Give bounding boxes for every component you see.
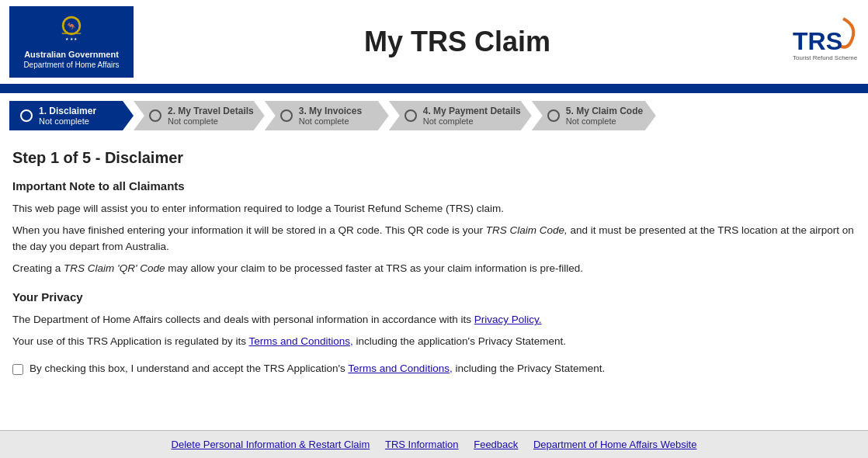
step-1-disclaimer[interactable]: 1. Disclaimer Not complete xyxy=(9,101,134,130)
step-3-status: Not complete xyxy=(299,116,362,126)
privacy-section: Your Privacy The Department of Home Affa… xyxy=(12,290,856,374)
terms-conditions-link-1[interactable]: Terms and Conditions, xyxy=(248,335,352,347)
step-3-invoices[interactable]: 3. My Invoices Not complete xyxy=(265,101,389,130)
terms-checkbox-row: By checking this box, I understand and a… xyxy=(12,363,856,375)
step-2-number: 2. My Travel Details xyxy=(168,106,254,116)
gov-name: Australian Government xyxy=(24,49,119,60)
step-2-circle xyxy=(149,109,161,122)
para3: Creating a TRS Claim 'QR' Code may allow… xyxy=(12,260,856,277)
para1: This web page will assist you to enter i… xyxy=(12,200,856,217)
step-4-number: 4. My Payment Details xyxy=(423,106,521,116)
trs-logo-area: TRS Tourist Refund Scheme xyxy=(781,15,859,69)
step-3-circle xyxy=(280,109,293,122)
header: 🦘 ★ ★ ★ Australian Government Department… xyxy=(0,0,868,87)
terms-checkbox[interactable] xyxy=(12,364,23,375)
terms-checkbox-label[interactable]: By checking this box, I understand and a… xyxy=(30,363,605,374)
privacy-policy-link[interactable]: Privacy Policy. xyxy=(474,314,542,325)
privacy-title: Your Privacy xyxy=(12,290,856,304)
coat-of-arms-icon: 🦘 ★ ★ ★ xyxy=(48,14,95,46)
step-4-payment[interactable]: 4. My Payment Details Not complete xyxy=(389,101,532,130)
privacy-para2-start: Your use of this TRS Application is regu… xyxy=(12,335,248,347)
svg-text:Tourist Refund Scheme: Tourist Refund Scheme xyxy=(793,54,858,61)
blue-divider xyxy=(0,87,868,93)
step-3-content: 3. My Invoices Not complete xyxy=(299,106,362,126)
checkbox-text-end: including the Privacy Statement. xyxy=(453,363,606,374)
progress-bar: 1. Disclaimer Not complete 2. My Travel … xyxy=(0,93,868,138)
page-title-header: My TRS Claim xyxy=(134,26,781,58)
logo-area: 🦘 ★ ★ ★ Australian Government Department… xyxy=(9,6,134,78)
step-5-claim-code[interactable]: 5. My Claim Code Not complete xyxy=(532,101,656,130)
privacy-para1-start: The Department of Home Affairs collects … xyxy=(12,314,474,325)
svg-text:TRS: TRS xyxy=(793,27,842,55)
para3-end: may allow your claim to be processed fas… xyxy=(165,262,582,274)
svg-text:🦘: 🦘 xyxy=(67,22,76,31)
para3-italic: TRS Claim 'QR' Code xyxy=(64,262,165,274)
step-5-status: Not complete xyxy=(566,116,643,126)
step-5-number: 5. My Claim Code xyxy=(566,106,643,116)
para3-start: Creating a xyxy=(12,262,64,274)
trs-logo-icon: TRS Tourist Refund Scheme xyxy=(789,15,859,69)
privacy-para2-end: including the application's Privacy Stat… xyxy=(353,335,566,347)
step-1-number: 1. Disclaimer xyxy=(39,106,96,116)
para2-start: When you have finished entering your inf… xyxy=(12,224,486,236)
step-4-content: 4. My Payment Details Not complete xyxy=(423,106,521,126)
step-5-circle xyxy=(547,109,560,122)
step-4-circle xyxy=(404,109,417,122)
svg-text:★ ★ ★: ★ ★ ★ xyxy=(65,36,78,41)
step-2-travel[interactable]: 2. My Travel Details Not complete xyxy=(134,101,265,130)
privacy-para2: Your use of this TRS Application is regu… xyxy=(12,333,856,350)
step-1-content: 1. Disclaimer Not complete xyxy=(39,106,96,126)
step-2-status: Not complete xyxy=(168,116,254,126)
terms-conditions-link-2[interactable]: Terms and Conditions, xyxy=(348,363,452,374)
main-content: Step 1 of 5 - Disclaimer Important Note … xyxy=(0,138,868,390)
page-section-title: Step 1 of 5 - Disclaimer xyxy=(12,149,856,167)
step-5-content: 5. My Claim Code Not complete xyxy=(566,106,643,126)
privacy-para1: The Department of Home Affairs collects … xyxy=(12,311,856,328)
important-note-title: Important Note to all Claimants xyxy=(12,179,856,193)
step-3-number: 3. My Invoices xyxy=(299,106,362,116)
checkbox-text-start: By checking this box, I understand and a… xyxy=(30,363,348,374)
para2-italic: TRS Claim Code, xyxy=(486,224,568,236)
para2: When you have finished entering your inf… xyxy=(12,222,856,255)
step-2-content: 2. My Travel Details Not complete xyxy=(168,106,254,126)
dept-name: Department of Home Affairs xyxy=(23,60,119,70)
step-1-circle xyxy=(20,109,33,122)
step-4-status: Not complete xyxy=(423,116,521,126)
svg-rect-3 xyxy=(62,33,81,33)
step-1-status: Not complete xyxy=(39,116,96,126)
